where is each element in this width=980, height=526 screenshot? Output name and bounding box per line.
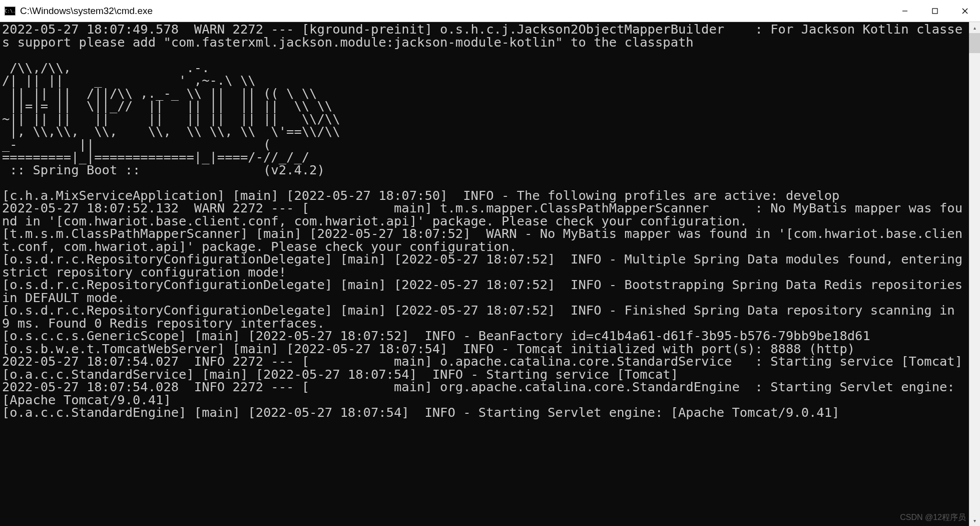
console-output[interactable]: 2022-05-27 18:07:49.578 WARN 2272 --- [k… [0, 22, 969, 526]
maximize-button[interactable] [920, 0, 950, 22]
scroll-down-arrow[interactable]: ▾ [969, 515, 980, 526]
svg-rect-1 [932, 9, 937, 14]
cmd-icon: C:\. [4, 5, 16, 17]
minimize-button[interactable] [890, 0, 920, 22]
window-titlebar[interactable]: C:\. C:\Windows\system32\cmd.exe [0, 0, 980, 22]
window-title: C:\Windows\system32\cmd.exe [20, 6, 890, 17]
scroll-up-arrow[interactable]: ▴ [969, 22, 980, 33]
vertical-scrollbar[interactable]: ▴ ▾ [969, 22, 980, 526]
scroll-thumb[interactable] [969, 33, 980, 53]
scroll-track[interactable] [969, 33, 980, 515]
window-controls [890, 0, 980, 22]
console-area: 2022-05-27 18:07:49.578 WARN 2272 --- [k… [0, 22, 980, 526]
watermark-text: CSDN @12程序员 [900, 512, 966, 523]
close-button[interactable] [950, 0, 980, 22]
